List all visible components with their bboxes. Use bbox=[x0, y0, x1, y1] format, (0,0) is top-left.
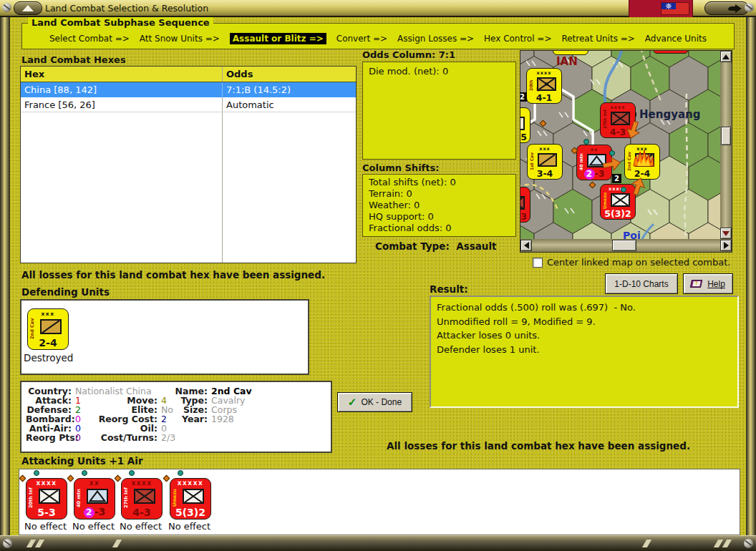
hq-symbol bbox=[183, 489, 204, 504]
odds-column-title: Odds Column: 7:1 bbox=[362, 49, 455, 60]
scroll-down-button[interactable] bbox=[720, 228, 732, 239]
horizontal-scroll-thumb[interactable] bbox=[612, 240, 636, 251]
city-label-poi: Poi bbox=[623, 230, 641, 239]
linked-map[interactable]: IAN Hengyang Poi xxxx 20th (Res) 4-1 -5 … bbox=[520, 50, 732, 253]
info-row: Defense:2 Elite:No Size:Corps bbox=[21, 404, 331, 414]
flag-panel bbox=[629, 0, 693, 17]
die-mod-box: Die mod. (net): 0 bbox=[362, 62, 516, 160]
unit-stats: 2-4 bbox=[28, 337, 68, 348]
window-close-button[interactable] bbox=[704, 1, 749, 15]
attacking-unit-20th-inf[interactable]: XXXX 20th Inf 5-3 bbox=[26, 478, 67, 520]
column-header-hex: Hex bbox=[21, 67, 223, 82]
checkmark-icon: ✓ bbox=[348, 399, 357, 406]
scroll-left-button[interactable] bbox=[520, 240, 532, 251]
screw-icon bbox=[3, 539, 12, 548]
unit-status-label: No effect bbox=[24, 521, 67, 532]
marker-icon bbox=[115, 475, 122, 482]
losses-assigned-message-2: All losses for this land combat hex have… bbox=[387, 440, 690, 452]
attacking-unit-umezu[interactable]: XXXXX Umezu 5(3)2 bbox=[170, 478, 211, 520]
unit-stats: 5-3 bbox=[26, 507, 67, 518]
window-menu-button[interactable] bbox=[14, 1, 42, 15]
window-control-icon bbox=[727, 4, 744, 14]
unit-status-label: No effect bbox=[120, 521, 162, 532]
shift-line: HQ support: 0 bbox=[369, 211, 510, 223]
vertical-scroll-thumb[interactable] bbox=[721, 127, 731, 145]
step-assault-or-blitz: Assault or Blitz => bbox=[230, 33, 326, 44]
attacking-units-strip: XXXX 20th Inf 5-3 No effect XX 40 mtn 2-… bbox=[19, 469, 740, 535]
step-advance-units: Advance Units bbox=[645, 34, 707, 44]
infantry-symbol bbox=[134, 489, 155, 504]
shift-line: Fractional odds: 0 bbox=[369, 223, 510, 234]
marker-icon bbox=[34, 470, 39, 476]
map-horizontal-scrollbar[interactable] bbox=[520, 239, 732, 252]
map-unit-partial-left: -5 bbox=[520, 107, 530, 143]
screw-icon bbox=[2, 3, 11, 12]
window-frame-right bbox=[746, 17, 756, 551]
result-box: Fractional odds (.500) roll was (.697) -… bbox=[430, 296, 739, 408]
hex-cell: France [56, 26] bbox=[21, 97, 223, 112]
shift-line: Weather: 0 bbox=[369, 200, 510, 211]
result-line: Attacker loses 0 units. bbox=[437, 328, 732, 343]
defending-unit-counter[interactable]: xxx 2nd Cav 2-4 bbox=[27, 308, 69, 350]
step-assign-losses: Assign Losses => bbox=[397, 34, 474, 44]
map-unit-partial bbox=[653, 51, 689, 54]
defending-units-box: xxx 2nd Cav 2-4 Destroyed bbox=[20, 299, 309, 375]
sequence-steps: Select Combat => Att Snow Units => Assau… bbox=[49, 33, 707, 44]
combat-hexes-table: Hex Odds China [88, 142] 7:1;B (14.5:2) … bbox=[20, 66, 357, 263]
info-row: Country:Nationalist China Name:2nd Cav bbox=[21, 386, 331, 396]
charts-button-label: 1-D-10 Charts bbox=[614, 279, 668, 289]
result-line: Unmodified roll = 9, Modified = 9. bbox=[437, 315, 732, 329]
hex-cell: China [88, 142] bbox=[21, 82, 223, 97]
attacking-unit-40-mtn[interactable]: XX 40 mtn 2-3 bbox=[74, 478, 115, 520]
step-select-combat: Select Combat => bbox=[49, 34, 130, 44]
marker-icon bbox=[163, 475, 170, 482]
cavalry-symbol bbox=[538, 153, 557, 167]
losses-assigned-message: All losses for this land combat hex have… bbox=[21, 269, 325, 281]
marker-icon bbox=[82, 470, 87, 476]
mountain-symbol bbox=[87, 489, 108, 504]
subphase-sequence-panel: Land Combat Subphase Sequence Select Com… bbox=[21, 23, 735, 49]
center-map-checkbox[interactable] bbox=[533, 258, 543, 268]
table-row-france[interactable]: France [56, 26] Automatic bbox=[21, 97, 356, 112]
table-row-china[interactable]: China [88, 142] 7:1;B (14.5:2) bbox=[21, 82, 356, 97]
attack-arrows-icon bbox=[598, 120, 677, 198]
ok-done-button-label: OK - Done bbox=[361, 397, 402, 407]
help-button[interactable]: ? Help bbox=[683, 273, 733, 294]
map-unit-partial-left-2: -3 bbox=[520, 187, 530, 223]
map-viewport[interactable]: IAN Hengyang Poi xxxx 20th (Res) 4-1 -5 … bbox=[520, 51, 720, 239]
marker-icon bbox=[178, 470, 183, 476]
attacking-units-title: Attacking Units +1 Air bbox=[21, 455, 143, 467]
infantry-symbol bbox=[39, 489, 60, 504]
step-att-snow-units: Att Snow Units => bbox=[140, 34, 220, 44]
charts-button[interactable]: 1-D-10 Charts bbox=[605, 273, 678, 294]
help-book-icon: ? bbox=[691, 279, 703, 288]
step-convert: Convert => bbox=[336, 34, 387, 44]
center-map-checkbox-label: Center linked map on selected combat. bbox=[547, 257, 730, 268]
marker-icon bbox=[583, 139, 589, 145]
marker-icon bbox=[129, 470, 135, 476]
scroll-up-button[interactable] bbox=[720, 51, 732, 62]
strength-badge: 2 bbox=[84, 507, 94, 518]
shift-line: Terrain: 0 bbox=[369, 188, 510, 200]
land-combat-window: Land Combat Selection & Resolution bbox=[0, 0, 756, 551]
sequence-panel-title: Land Combat Subphase Sequence bbox=[28, 17, 213, 28]
map-vertical-scrollbar[interactable] bbox=[720, 51, 732, 239]
info-row: Attack:1 Move:4 Type:Cavalry bbox=[21, 395, 331, 405]
help-button-label: Help bbox=[707, 279, 725, 289]
scroll-right-button[interactable] bbox=[720, 240, 732, 251]
info-row: Reorg Pts:0 Cost/Turns:2/3 bbox=[21, 432, 331, 442]
triangle-icon bbox=[22, 5, 34, 11]
result-title: Result: bbox=[430, 283, 468, 295]
region-label: IAN bbox=[556, 55, 578, 68]
unit-status-label: No effect bbox=[72, 521, 115, 532]
marker-icon bbox=[67, 475, 74, 482]
window-frame-bottom bbox=[0, 535, 756, 551]
result-line: Defender loses 1 unit. bbox=[437, 343, 732, 357]
column-shifts-title: Column Shifts: bbox=[362, 162, 439, 173]
ok-done-button[interactable]: ✓ OK - Done bbox=[337, 392, 412, 412]
defending-units-title: Defending Units bbox=[21, 286, 110, 298]
attacking-unit-27th-inf[interactable]: XXXX 27th Inf 4-3 bbox=[121, 478, 163, 520]
hex-control-badge: 2 bbox=[520, 92, 527, 102]
marker-icon bbox=[19, 475, 26, 482]
odds-cell: 7:1;B (14.5:2) bbox=[223, 82, 356, 97]
